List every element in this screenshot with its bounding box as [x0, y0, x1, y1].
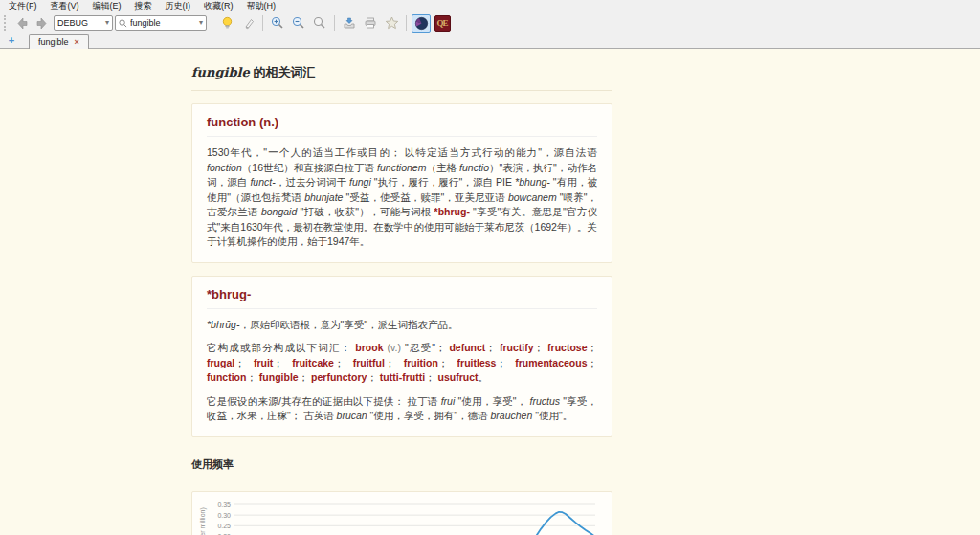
printer-icon: [364, 16, 377, 30]
entry-paragraph: 1530年代，"一个人的适当工作或目的； 以特定适当方式行动的能力"，源自法语 …: [207, 145, 597, 250]
forward-button[interactable]: [33, 14, 52, 33]
entry-card-bhrug: *bhrug- *bhrūg-，原始印欧语根，意为"享受"，派生词指农产品。 它…: [191, 276, 612, 437]
translation-toggle-button[interactable]: [412, 14, 431, 33]
menu-favorites[interactable]: 收藏(R): [197, 0, 240, 12]
entry-link[interactable]: fructose: [547, 342, 587, 353]
etymonline-logo-icon: QE: [434, 15, 451, 32]
save-page-button[interactable]: [340, 14, 359, 33]
svg-text:Frequency (per million): Frequency (per million): [199, 507, 207, 535]
entry-headword[interactable]: function (n.): [207, 115, 597, 137]
entry-link[interactable]: fungible: [259, 371, 299, 383]
menu-file[interactable]: 文件(F): [2, 0, 44, 12]
tab-label: fungible: [38, 37, 69, 47]
page-title-suffix: 的相关词汇: [250, 65, 316, 79]
zoom-in-icon: [271, 16, 284, 30]
debug-select-value: DEBUG: [57, 18, 88, 28]
entry-link[interactable]: defunct: [449, 342, 485, 353]
entry-link[interactable]: *bhrug-: [434, 206, 470, 217]
menu-edit[interactable]: 编辑(E): [86, 0, 128, 12]
entry-link[interactable]: fruitful: [353, 357, 385, 368]
zoom-in-button[interactable]: [268, 14, 287, 33]
search-combobox[interactable]: ▾: [115, 15, 207, 31]
menubar: 文件(F) 查看(V) 编辑(E) 搜索 历史(I) 收藏(R) 帮助(H): [0, 0, 980, 12]
eraser-icon: [242, 17, 255, 30]
toolbar-drag-handle[interactable]: [4, 15, 8, 31]
content-area: fungible 的相关词汇 function (n.) 1530年代，"一个人…: [0, 49, 980, 534]
entry-paragraph: 它是假设的来源/其存在的证据由以下提供： 拉丁语 frui "使用，享受"， f…: [207, 394, 597, 424]
page-title-headword: fungible: [191, 65, 250, 79]
entry-link[interactable]: fruitless: [457, 357, 497, 368]
etymonline-home-button[interactable]: QE: [433, 14, 452, 33]
tab-fungible[interactable]: fungible ×: [29, 34, 89, 49]
svg-text:0.35: 0.35: [217, 501, 231, 507]
toolbar-separator: [406, 15, 407, 31]
star-icon: [385, 16, 399, 30]
chevron-down-icon: ▾: [101, 19, 109, 27]
entry-paragraph: 它构成或部分构成以下词汇： brook (v.) "忍受"； defunct； …: [207, 341, 597, 386]
entry-link[interactable]: frumentaceous: [515, 357, 587, 368]
toolbar: DEBUG ▾ ▾: [0, 12, 980, 33]
lightbulb-icon: [221, 16, 234, 30]
zoom-reset-icon: [313, 16, 326, 30]
back-button[interactable]: [11, 14, 31, 33]
etymonline-logo-text: QE: [436, 18, 447, 28]
favorite-button[interactable]: [382, 14, 401, 33]
search-icon: [119, 19, 127, 28]
hint-button[interactable]: [217, 14, 236, 33]
entry-paragraph: *bhrūg-，原始印欧语根，意为"享受"，派生词指农产品。: [207, 318, 597, 333]
entry-link[interactable]: fructify: [500, 342, 534, 353]
search-input[interactable]: [130, 18, 186, 28]
new-tab-button[interactable]: +: [4, 33, 19, 48]
toolbar-separator: [262, 15, 263, 31]
entry-card-function: function (n.) 1530年代，"一个人的适当工作或目的； 以特定适当…: [191, 103, 612, 263]
clear-button[interactable]: [238, 14, 257, 33]
menu-view[interactable]: 查看(V): [44, 0, 86, 12]
frequency-section-title: 使用频率: [191, 457, 612, 479]
zoom-out-button[interactable]: [289, 14, 308, 33]
print-button[interactable]: [361, 14, 380, 33]
language-sphere-icon: [414, 16, 429, 31]
entry-link[interactable]: perfunctory: [311, 371, 367, 383]
entry-link[interactable]: usufruct: [438, 371, 479, 383]
entry-link[interactable]: fruitcake: [292, 357, 334, 368]
page-title: fungible 的相关词汇: [191, 64, 612, 91]
toolbar-separator: [334, 15, 335, 31]
menu-help[interactable]: 帮助(H): [240, 0, 283, 12]
debug-select[interactable]: DEBUG ▾: [54, 15, 113, 31]
entry-link[interactable]: tutti-frutti: [380, 371, 425, 383]
entry-link[interactable]: frugal: [207, 357, 234, 368]
forward-icon: [36, 17, 49, 30]
entry-link[interactable]: fruit: [254, 357, 273, 368]
svg-text:0.30: 0.30: [217, 512, 231, 519]
zoom-out-icon: [292, 16, 305, 30]
frequency-line-chart: 00.050.100.150.200.250.300.3518001820184…: [196, 496, 608, 535]
menu-history[interactable]: 历史(I): [159, 0, 198, 12]
chevron-down-icon: ▾: [195, 19, 203, 27]
zoom-reset-button[interactable]: [310, 14, 329, 33]
entry-link[interactable]: fruition: [404, 357, 438, 368]
menu-search[interactable]: 搜索: [128, 0, 159, 12]
entry-headword[interactable]: *bhrug-: [207, 287, 597, 309]
save-archive-icon: [343, 16, 356, 30]
back-icon: [15, 17, 28, 30]
tab-close-icon[interactable]: ×: [75, 37, 79, 47]
svg-text:0.25: 0.25: [217, 523, 231, 529]
entry-link[interactable]: brook: [355, 342, 383, 353]
tabbar: + fungible ×: [0, 33, 980, 49]
entry-link[interactable]: function: [207, 371, 246, 383]
frequency-chart-card: 00.050.100.150.200.250.300.3518001820184…: [191, 491, 612, 535]
toolbar-separator: [212, 15, 212, 31]
